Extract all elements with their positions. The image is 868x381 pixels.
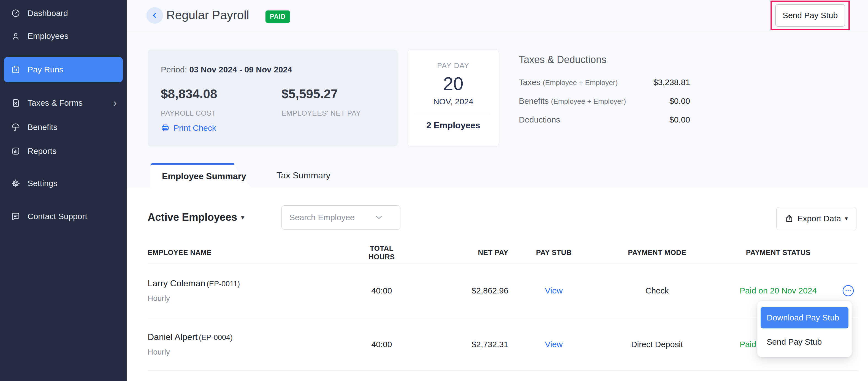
employee-filter-dropdown[interactable]: Active Employees ▾: [148, 212, 244, 223]
sidebar-item-label: Employees: [28, 31, 68, 41]
export-data-label: Export Data: [798, 214, 841, 223]
sidebar-item-benefits[interactable]: Benefits: [0, 116, 127, 138]
tax-row-deductions: Deductions $0.00: [519, 115, 690, 124]
employee-filter-label: Active Employees: [148, 212, 237, 223]
col-total-hours: TOTAL HOURS: [357, 244, 406, 261]
back-button[interactable]: [147, 7, 163, 24]
sidebar-item-contact-support[interactable]: Contact Support: [0, 205, 127, 227]
export-icon: [785, 214, 794, 223]
page-title: Regular Payroll: [166, 8, 249, 22]
tax-value: $0.00: [670, 96, 690, 106]
employee-name: Daniel Alpert: [148, 332, 197, 342]
taxes-forms-icon: [11, 98, 20, 108]
sidebar-item-label: Contact Support: [28, 212, 87, 221]
col-pay-stub: PAY STUB: [508, 248, 599, 257]
col-payment-status: PAYMENT STATUS: [715, 248, 842, 257]
tax-label: Taxes: [519, 77, 540, 87]
row-actions-button[interactable]: [842, 284, 855, 297]
table-header: EMPLOYEE NAME TOTAL HOURS NET PAY PAY ST…: [148, 242, 858, 263]
tax-value: $3,238.81: [653, 77, 690, 87]
payroll-summary-card: Period: 03 Nov 2024 - 09 Nov 2024 $8,834…: [148, 50, 398, 147]
sidebar-item-settings[interactable]: Settings: [0, 172, 127, 194]
sidebar-item-dashboard[interactable]: Dashboard: [0, 2, 127, 24]
send-pay-stub-highlight: Send Pay Stub: [771, 1, 850, 30]
tax-value: $0.00: [670, 115, 690, 124]
tax-sublabel: (Employee + Employer): [543, 78, 618, 87]
payroll-cost-label: PAYROLL COST: [161, 109, 217, 118]
col-employee-name: EMPLOYEE NAME: [148, 248, 357, 257]
menu-item-download-pay-stub[interactable]: Download Pay Stub: [761, 307, 848, 328]
employee-id: (EP-0004): [199, 334, 233, 342]
table-row: Daniel Alpert (EP-0004) Hourly 40:00 $2,…: [148, 318, 858, 371]
chevron-right-icon: ›: [113, 98, 117, 108]
page-header: Regular Payroll PAID Send Pay Stub: [127, 0, 868, 32]
sidebar-item-label: Benefits: [28, 123, 57, 132]
payroll-app: Dashboard Employees Pay Runs Taxes & For…: [0, 0, 868, 381]
status-badge: PAID: [266, 10, 290, 23]
net-pay-block: $5,595.27 EMPLOYEES' NET PAY: [281, 87, 361, 118]
employee-type: Hourly: [148, 348, 357, 356]
employee-id: (EP-0011): [207, 280, 240, 288]
pay-day-label: PAY DAY: [408, 61, 499, 70]
payment-status: Paid on 20 Nov 2024: [715, 286, 842, 295]
pay-period-value: 03 Nov 2024 - 09 Nov 2024: [189, 65, 292, 74]
table-row: Larry Coleman (EP-0011) Hourly 40:00 $2,…: [148, 263, 858, 318]
tab-tax-summary[interactable]: Tax Summary: [262, 163, 345, 188]
benefits-icon: [11, 123, 20, 132]
tax-row-benefits: Benefits (Employee + Employer) $0.00: [519, 96, 690, 106]
settings-icon: [11, 179, 20, 188]
payroll-cost-block: $8,834.08 PAYROLL COST: [161, 87, 217, 118]
employee-summary-panel: Active Employees ▾ Export Data ▾ EMPLOYE…: [127, 188, 868, 381]
sidebar-item-reports[interactable]: Reports: [0, 140, 127, 162]
pay-runs-icon: [11, 65, 20, 74]
tax-row-taxes: Taxes (Employee + Employer) $3,238.81: [519, 77, 690, 87]
net-pay: $2,732.31: [406, 340, 508, 349]
reports-icon: [11, 147, 20, 156]
tab-employee-summary[interactable]: Employee Summary: [150, 163, 234, 188]
employee-count: 2 Employees: [408, 120, 499, 130]
total-hours: 40:00: [357, 286, 406, 295]
contact-support-icon: [11, 212, 20, 221]
print-check-label: Print Check: [174, 123, 216, 133]
sidebar-item-label: Reports: [28, 147, 57, 156]
payment-mode: Check: [599, 286, 715, 295]
send-pay-stub-button[interactable]: Send Pay Stub: [775, 4, 845, 27]
sidebar-item-label: Pay Runs: [28, 65, 63, 74]
menu-item-send-pay-stub[interactable]: Send Pay Stub: [761, 331, 848, 353]
export-data-button[interactable]: Export Data ▾: [776, 207, 857, 230]
net-pay-value: $5,595.27: [281, 87, 361, 101]
net-pay: $2,862.96: [406, 286, 508, 295]
pay-period-label: Period:: [161, 65, 187, 74]
view-pay-stub-link[interactable]: View: [508, 286, 599, 295]
tax-label: Benefits: [519, 96, 549, 105]
employees-icon: [11, 31, 20, 41]
pay-day-date: 20: [408, 73, 499, 94]
sidebar-item-label: Settings: [28, 179, 57, 188]
search-employee-input[interactable]: [282, 213, 375, 222]
taxes-deductions-title: Taxes & Deductions: [519, 54, 690, 65]
net-pay-label: EMPLOYEES' NET PAY: [281, 109, 361, 118]
pay-stub-context-menu: Download Pay Stub Send Pay Stub: [757, 301, 852, 357]
sidebar-item-taxes-forms[interactable]: Taxes & Forms ›: [0, 92, 127, 114]
sidebar-item-label: Taxes & Forms: [28, 98, 83, 108]
view-pay-stub-link[interactable]: View: [508, 340, 599, 349]
print-check-link[interactable]: Print Check: [161, 123, 216, 133]
back-chevron-icon: [151, 12, 158, 19]
sidebar-item-employees[interactable]: Employees: [0, 25, 127, 47]
divider: [416, 113, 491, 113]
pay-day-month-year: NOV, 2024: [408, 97, 499, 106]
dashboard-icon: [11, 8, 20, 18]
caret-down-icon: ▾: [845, 215, 848, 222]
search-employee-combobox: [281, 205, 400, 230]
sidebar-item-label: Dashboard: [28, 8, 68, 18]
sidebar-item-pay-runs[interactable]: Pay Runs: [4, 57, 123, 82]
col-payment-mode: PAYMENT MODE: [599, 248, 715, 257]
payroll-cost-value: $8,834.08: [161, 87, 217, 101]
employee-name: Larry Coleman: [148, 278, 206, 288]
tax-label: Deductions: [519, 115, 560, 124]
col-net-pay: NET PAY: [406, 248, 508, 257]
ellipsis-circle-icon: [842, 285, 854, 297]
total-hours: 40:00: [357, 340, 406, 349]
printer-icon: [161, 124, 169, 132]
sidebar: Dashboard Employees Pay Runs Taxes & For…: [0, 0, 127, 381]
